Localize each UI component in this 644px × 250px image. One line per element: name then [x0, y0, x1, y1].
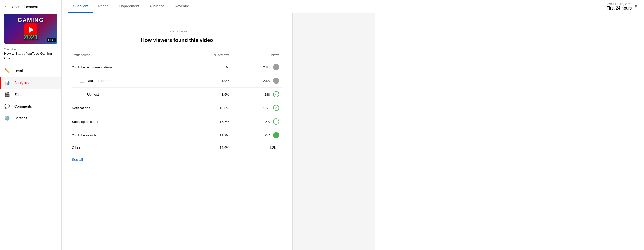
sidebar-nav-label-analytics: Analytics — [14, 81, 29, 85]
topbar: Overview Reach Engagement Audience Reven… — [62, 0, 644, 13]
see-all-link[interactable]: See all — [72, 158, 83, 162]
analytics-icon: 📊 — [4, 80, 10, 86]
video-info-label: Your video — [4, 48, 57, 51]
percent-cell: 35.5% — [186, 60, 232, 74]
views-cell: 2.6K↓ — [232, 74, 282, 88]
sub-indicator-icon — [80, 92, 84, 96]
tab-reach[interactable]: Reach — [93, 0, 113, 13]
views-value: 288 — [264, 92, 270, 96]
source-name-text: Subscriptions feed — [72, 120, 99, 124]
source-name-text: Up next — [87, 92, 99, 96]
trend-check-icon: ✓ — [273, 118, 279, 125]
video-thumbnail: GAMING 2021 11:41 — [4, 14, 57, 44]
percent-cell: 3.6% — [186, 88, 232, 101]
table-row: YouTube Home31.9%2.6K↓ — [72, 74, 282, 88]
percent-cell: 17.7% — [186, 115, 232, 128]
main-content: Overview Reach Engagement Audience Reven… — [62, 0, 644, 250]
col-header-views: Views — [232, 51, 282, 60]
sidebar-nav: ✏️ Details 📊 Analytics 🎬 Editor 💬 Commen… — [0, 65, 61, 124]
sidebar: ← Channel content GAMING 2021 11:41 Your… — [0, 0, 62, 250]
section-label: Traffic sources — [72, 23, 282, 35]
sidebar-nav-label-settings: Settings — [14, 116, 27, 120]
trend-check-icon: ✓ — [273, 105, 279, 111]
table-row: Other14.6%1.2K – — [72, 142, 282, 153]
section-title: How viewers found this video — [72, 37, 282, 43]
views-cell: 1.5K✓ — [232, 101, 282, 115]
table-row: Up next3.6%288✓ — [72, 88, 282, 101]
percent-cell: 14.6% — [186, 142, 232, 153]
date-range: Jan 11 – 12, 2021 — [607, 2, 632, 6]
right-panel — [292, 13, 375, 250]
views-value: 957 — [264, 133, 270, 137]
sidebar-nav-label-comments: Comments — [14, 104, 32, 108]
sidebar-item-details[interactable]: ✏️ Details — [0, 65, 61, 77]
sidebar-nav-label-editor: Editor — [14, 92, 24, 97]
content-main: Traffic sources How viewers found this v… — [62, 13, 292, 250]
source-name-text: Other — [72, 146, 80, 150]
sidebar-item-settings[interactable]: ⚙️ Settings — [0, 112, 61, 124]
views-value: 2.6K — [263, 79, 270, 83]
sidebar-title: Channel content — [12, 5, 38, 9]
video-thumbnail-container: GAMING 2021 11:41 — [4, 14, 57, 44]
pencil-icon: ✏️ — [4, 68, 10, 74]
tab-audience[interactable]: Audience — [144, 0, 169, 13]
percent-cell: 11.9% — [186, 128, 232, 142]
sidebar-nav-label-details: Details — [14, 69, 25, 73]
table-row: YouTube recommendations35.5%2.8K↓ — [72, 60, 282, 74]
views-value: 2.8K — [263, 65, 270, 69]
tab-revenue[interactable]: Revenue — [170, 0, 194, 13]
back-button[interactable]: ← Channel content — [0, 0, 61, 12]
content-area: Traffic sources How viewers found this v… — [62, 13, 644, 250]
trend-down-icon: ↓ — [273, 64, 279, 70]
source-name-text: YouTube search — [72, 133, 96, 137]
thumbnail-year-text: 2021 — [23, 33, 38, 41]
back-icon: ← — [4, 4, 9, 10]
thumbnail-gaming-text: GAMING — [18, 17, 44, 23]
video-info: Your video How to Start a YouTube Gaming… — [0, 48, 61, 65]
trend-down-icon: ↓ — [273, 78, 279, 84]
views-cell: 288✓ — [232, 88, 282, 101]
play-triangle-icon — [29, 27, 34, 33]
date-selector[interactable]: Jan 11 – 12, 2021 First 24 hours ▼ — [607, 2, 638, 11]
trend-dash: – — [277, 146, 279, 150]
sidebar-item-comments[interactable]: 💬 Comments — [0, 100, 61, 112]
tab-overview[interactable]: Overview — [68, 0, 93, 13]
percent-cell: 18.3% — [186, 101, 232, 115]
trend-check-icon: ✓ — [273, 91, 279, 97]
traffic-table: Traffic source % of views Views YouTube … — [72, 51, 282, 153]
table-row: Notifications18.3%1.5K✓ — [72, 101, 282, 115]
trend-up-icon: ↑ — [273, 132, 279, 138]
views-value: 1.4K — [263, 120, 270, 124]
editor-icon: 🎬 — [4, 92, 10, 97]
sub-indicator-icon — [80, 79, 84, 83]
tab-engagement[interactable]: Engagement — [114, 0, 144, 13]
video-info-title: How to Start a YouTube Gaming Cha... — [4, 51, 57, 61]
date-period: First 24 hours — [607, 6, 632, 11]
source-name-text: YouTube recommendations — [72, 65, 112, 69]
source-name-text: YouTube Home — [87, 79, 110, 83]
col-header-percent: % of views — [186, 51, 232, 60]
views-value: 1.2K — [269, 146, 276, 150]
views-cell: 957↑ — [232, 128, 282, 142]
source-name-text: Notifications — [72, 106, 90, 110]
percent-cell: 31.9% — [186, 74, 232, 88]
tabs: Overview Reach Engagement Audience Reven… — [68, 0, 194, 13]
comments-icon: 💬 — [4, 104, 10, 109]
views-cell: 1.2K – — [232, 142, 282, 153]
sidebar-item-editor[interactable]: 🎬 Editor — [0, 89, 61, 100]
col-header-source: Traffic source — [72, 51, 186, 60]
table-row: Subscriptions feed17.7%1.4K✓ — [72, 115, 282, 128]
views-value: 1.5K — [263, 106, 270, 110]
table-row: YouTube search11.9%957↑ — [72, 128, 282, 142]
chevron-down-icon: ▼ — [634, 4, 638, 9]
views-cell: 2.8K↓ — [232, 60, 282, 74]
views-cell: 1.4K✓ — [232, 115, 282, 128]
thumbnail-duration: 11:41 — [47, 38, 56, 42]
settings-icon: ⚙️ — [4, 115, 10, 121]
sidebar-item-analytics[interactable]: 📊 Analytics — [0, 77, 61, 89]
